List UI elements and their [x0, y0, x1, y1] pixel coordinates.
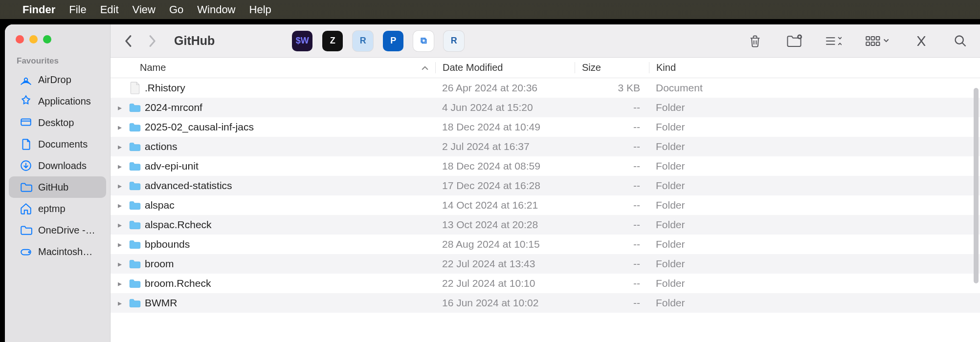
menubar-app-name[interactable]: Finder [22, 3, 55, 16]
disclosure-triangle-icon[interactable]: ▸ [114, 259, 125, 269]
column-date-label: Date Modified [443, 62, 503, 73]
menu-file[interactable]: File [69, 3, 86, 16]
finder-window: Favourites AirDropApplicationsDesktopDoc… [5, 24, 980, 342]
file-name: bpbounds [145, 238, 190, 250]
sidebar-item-airdrop[interactable]: AirDrop [9, 69, 106, 90]
file-name: adv-epi-unit [145, 160, 199, 172]
file-name: broom [145, 258, 174, 270]
close-window-button[interactable] [16, 35, 24, 43]
file-date: 22 Jul 2024 at 10:10 [435, 278, 575, 289]
folder-icon [128, 101, 142, 114]
file-name: broom.Rcheck [145, 278, 211, 289]
toolbar: GitHub $WZRP⧉R [111, 24, 980, 58]
file-kind: Folder [649, 199, 980, 211]
disclosure-triangle-icon[interactable]: ▸ [114, 162, 125, 171]
file-row[interactable]: ▸ 2025-02_causal-inf-jacs 18 Dec 2024 at… [111, 117, 980, 137]
file-kind: Folder [649, 219, 980, 231]
disclosure-triangle-icon[interactable]: ▸ [114, 181, 125, 191]
file-date: 16 Jun 2024 at 10:02 [435, 297, 575, 309]
sidebar-item-eptmp[interactable]: eptmp [9, 198, 106, 219]
column-name[interactable]: Name [111, 62, 435, 73]
sidebar-item-label: Macintosh… [38, 246, 99, 257]
sidebar-item-documents[interactable]: Documents [9, 133, 106, 155]
group-by-button[interactable] [863, 31, 892, 51]
file-kind: Folder [649, 141, 980, 152]
file-row[interactable]: ▸ BWMR 16 Jun 2024 at 10:02 -- Folder [111, 293, 980, 313]
disclosure-triangle-icon[interactable]: ▸ [114, 299, 125, 308]
menu-view[interactable]: View [133, 3, 156, 16]
forward-button[interactable] [144, 33, 160, 49]
view-options-button[interactable] [824, 31, 843, 51]
toolbar-app-3[interactable]: P [383, 31, 403, 51]
toolbar-app-0[interactable]: $W [292, 31, 312, 51]
sidebar-item-applications[interactable]: Applications [9, 90, 106, 112]
file-row[interactable]: ▸ bpbounds 28 Aug 2024 at 10:15 -- Folde… [111, 235, 980, 254]
file-size: -- [575, 160, 649, 172]
file-kind: Folder [649, 180, 980, 192]
sidebar-item-label: OneDrive -… [38, 225, 99, 236]
disclosure-triangle-icon[interactable]: ▸ [114, 220, 125, 230]
sidebar-item-onedrive-[interactable]: OneDrive -… [9, 219, 106, 241]
menu-go[interactable]: Go [169, 3, 183, 16]
disclosure-triangle-icon[interactable]: ▸ [114, 123, 125, 132]
toolbar-app-1[interactable]: Z [322, 31, 343, 51]
minimize-window-button[interactable] [29, 35, 38, 43]
more-toolbar-button[interactable] [912, 31, 931, 51]
sidebar-item-macintosh-[interactable]: Macintosh… [9, 241, 106, 262]
document-icon [128, 81, 142, 95]
sidebar-item-github[interactable]: GitHub [9, 176, 106, 198]
file-row[interactable]: ▸ actions 2 Jul 2024 at 16:37 -- Folder [111, 137, 980, 156]
back-button[interactable] [120, 33, 137, 49]
sidebar-item-downloads[interactable]: Downloads [9, 155, 106, 176]
svg-point-16 [956, 36, 963, 43]
home-icon [20, 202, 32, 215]
file-size: -- [575, 278, 649, 289]
column-kind[interactable]: Kind [649, 62, 980, 73]
zoom-window-button[interactable] [43, 35, 51, 43]
toolbar-app-shortcuts: $WZRP⧉R [292, 31, 464, 51]
file-size: -- [575, 141, 649, 152]
menu-window[interactable]: Window [197, 3, 235, 16]
file-row[interactable]: ▸ .Rhistory 26 Apr 2024 at 20:36 3 KB Do… [111, 78, 980, 98]
disclosure-triangle-icon[interactable]: ▸ [114, 240, 125, 249]
sidebar-section-header: Favourites [5, 52, 110, 69]
column-size[interactable]: Size [575, 62, 649, 73]
file-date: 18 Dec 2024 at 08:59 [435, 160, 575, 172]
disclosure-triangle-icon[interactable]: ▸ [114, 279, 125, 288]
file-kind: Folder [649, 297, 980, 309]
column-date[interactable]: Date Modified [435, 62, 575, 73]
file-size: -- [575, 121, 649, 133]
toolbar-app-4[interactable]: ⧉ [413, 31, 434, 51]
sidebar-item-label: Applications [38, 96, 99, 107]
trash-button[interactable] [745, 31, 765, 51]
file-size: -- [575, 219, 649, 231]
menu-help[interactable]: Help [249, 3, 271, 16]
file-row[interactable]: ▸ alspac 14 Oct 2024 at 16:21 -- Folder [111, 195, 980, 215]
svg-point-5 [28, 252, 29, 253]
toolbar-app-5[interactable]: R [444, 31, 464, 51]
file-name: .Rhistory [145, 82, 185, 94]
file-row[interactable]: ▸ broom 22 Jul 2024 at 13:43 -- Folder [111, 254, 980, 274]
disclosure-triangle-icon[interactable]: ▸ [114, 142, 125, 151]
file-name: alspac.Rcheck [145, 219, 212, 231]
toolbar-app-2[interactable]: R [353, 31, 373, 51]
disclosure-triangle-icon[interactable]: ▸ [114, 201, 125, 210]
disclosure-triangle-icon[interactable]: ▸ [114, 103, 125, 112]
file-row[interactable]: ▸ broom.Rcheck 22 Jul 2024 at 10:10 -- F… [111, 274, 980, 293]
scrollbar[interactable] [974, 88, 979, 283]
file-row[interactable]: ▸ adv-epi-unit 18 Dec 2024 at 08:59 -- F… [111, 156, 980, 176]
file-row[interactable]: ▸ alspac.Rcheck 13 Oct 2024 at 20:28 -- … [111, 215, 980, 235]
file-size: -- [575, 297, 649, 309]
new-folder-button[interactable] [784, 31, 804, 51]
search-button[interactable] [951, 31, 970, 51]
file-row[interactable]: ▸ advanced-statistics 17 Dec 2024 at 16:… [111, 176, 980, 195]
file-kind: Document [649, 82, 980, 94]
sidebar-item-desktop[interactable]: Desktop [9, 112, 106, 133]
menu-edit[interactable]: Edit [100, 3, 119, 16]
sidebar-item-label: Downloads [38, 160, 99, 171]
file-row[interactable]: ▸ 2024-mrconf 4 Jun 2024 at 15:20 -- Fol… [111, 98, 980, 117]
sidebar: Favourites AirDropApplicationsDesktopDoc… [5, 24, 111, 342]
folder-icon [20, 181, 32, 193]
file-name: actions [145, 141, 178, 152]
file-date: 2 Jul 2024 at 16:37 [435, 141, 575, 152]
